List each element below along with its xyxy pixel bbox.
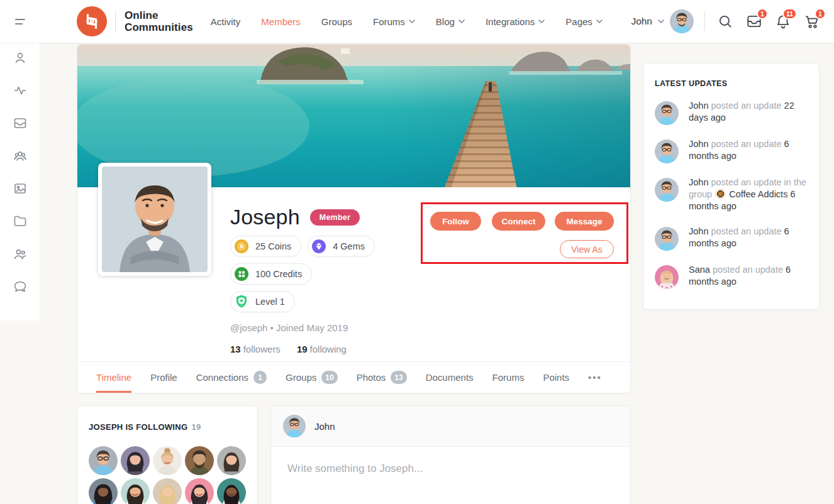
profile-avatar[interactable] [98,163,211,276]
followed-member-avatar[interactable] [185,478,214,504]
user-avatar [670,9,694,33]
photos-icon[interactable] [13,181,28,196]
notifications-button[interactable]: 11 [775,13,791,30]
top-navbar: Online Communities Activity Members Grou… [0,0,834,43]
update-item[interactable]: Sana posted an update 6 months ago [655,264,808,289]
chevron-down-icon [538,19,545,23]
update-author-avatar [655,140,679,163]
activity-icon[interactable] [13,83,28,98]
nav-item-blog[interactable]: Blog [436,16,465,27]
messages-button[interactable]: 1 [746,13,762,30]
profile-tabs: Timeline Profile Connections1 Groups10 P… [77,361,630,393]
menu-toggle-button[interactable] [0,19,40,25]
update-author-avatar [655,265,679,289]
tab-profile[interactable]: Profile [150,362,177,393]
followed-member-avatar[interactable] [153,478,182,504]
tab-photos[interactable]: Photos13 [357,362,407,393]
followed-member-avatar[interactable] [153,446,182,475]
group-name: Coffee Addicts [729,189,787,199]
search-icon [717,13,733,30]
follow-button[interactable]: Follow [430,212,481,231]
view-as-button[interactable]: View As [560,240,614,258]
groups-count-badge: 10 [321,371,337,384]
tab-points[interactable]: Points [543,362,569,393]
groups-icon[interactable] [13,148,28,163]
followed-member-avatar[interactable] [121,478,150,504]
tab-connections[interactable]: Connections1 [196,362,267,393]
cart-count-badge: 1 [815,8,826,19]
follow-stats: 13followers 19following [230,344,375,354]
update-item[interactable]: John posted an update in the group Coffe… [655,177,808,212]
tab-more[interactable]: ••• [588,362,602,393]
level-badge: Level 1 [230,291,295,312]
chevron-down-icon [409,19,415,23]
messages-count-badge: 1 [757,8,768,19]
site-brand[interactable]: Online Communities [77,6,193,36]
level-shield-icon [233,293,250,310]
cart-button[interactable]: 1 [804,13,820,30]
latest-updates-list: John posted an update 22 days ago John p… [655,100,808,289]
user-name: John [631,16,652,27]
nav-item-forums[interactable]: Forums [373,16,415,27]
tab-documents[interactable]: Documents [426,362,474,393]
chevron-down-icon [596,19,603,23]
update-author-avatar [655,178,679,202]
following-avatars-grid [89,446,246,504]
profile-icon[interactable] [13,50,28,65]
tab-forums[interactable]: Forums [492,362,525,393]
annotation-highlight-box: Follow Connect Message View As [421,202,628,264]
tab-groups[interactable]: Groups10 [286,362,338,393]
followed-member-avatar[interactable] [121,446,150,475]
coins-badge: 0 25 Coins [230,236,301,257]
left-icon-sidebar [0,43,40,320]
photos-count-badge: 13 [391,371,406,384]
followed-member-avatar[interactable] [89,446,118,475]
chevron-down-icon [459,19,465,23]
hamburger-icon [15,19,25,25]
connect-button[interactable]: Connect [492,212,545,231]
followers-stat[interactable]: 13followers [230,344,281,354]
gem-icon [311,238,327,255]
partial-icon[interactable] [13,312,28,320]
forums-chat-icon[interactable] [13,279,28,294]
update-item[interactable]: John posted an update 6 months ago [655,138,808,163]
gems-badge: 4 Gems [308,236,375,257]
search-button[interactable] [717,13,733,30]
followed-member-avatar[interactable] [217,478,246,504]
members-icon[interactable] [13,246,28,261]
followed-member-avatar[interactable] [89,478,118,504]
composer-user-name: John [314,421,335,432]
update-author-avatar [655,101,679,125]
inbox-tray-icon[interactable] [13,116,28,131]
navbar-divider [704,12,705,31]
chevron-down-icon [658,19,664,23]
profile-info: Joseph Member 0 25 Coins 4 Gems 100 Cred… [230,205,375,354]
composer-user-avatar [283,415,306,437]
followed-member-avatar[interactable] [217,446,246,475]
nav-item-groups[interactable]: Groups [321,16,352,27]
message-button[interactable]: Message [555,212,614,231]
site-title: Online Communities [125,9,193,33]
update-item[interactable]: John posted an update 22 days ago [655,100,808,125]
group-avatar-coffee-addicts [715,189,726,199]
following-count: 19 [191,422,201,432]
nav-item-pages[interactable]: Pages [565,16,603,27]
following-stat[interactable]: 19following [297,344,347,354]
nav-item-integrations[interactable]: Integrations [486,16,545,27]
documents-folder-icon[interactable] [13,214,28,229]
notifications-count-badge: 11 [782,8,797,19]
composer-input[interactable]: Write something to Joseph... [271,447,630,491]
connections-count-badge: 1 [253,371,267,384]
update-item[interactable]: John posted an update 6 months ago [655,226,808,251]
followed-member-avatar[interactable] [185,446,214,475]
nav-item-activity[interactable]: Activity [211,16,241,27]
nav-item-members[interactable]: Members [261,16,301,27]
main-navigation: Activity Members Groups Forums Blog Inte… [211,16,603,27]
tab-timeline[interactable]: Timeline [96,362,131,393]
profile-name: Joseph [230,205,300,229]
svg-text:0: 0 [240,243,243,249]
brand-divider [115,11,116,32]
profile-card: Joseph Member 0 25 Coins 4 Gems 100 Cred… [77,44,631,393]
site-logo-icon [77,6,107,36]
user-menu[interactable]: John [631,9,694,33]
